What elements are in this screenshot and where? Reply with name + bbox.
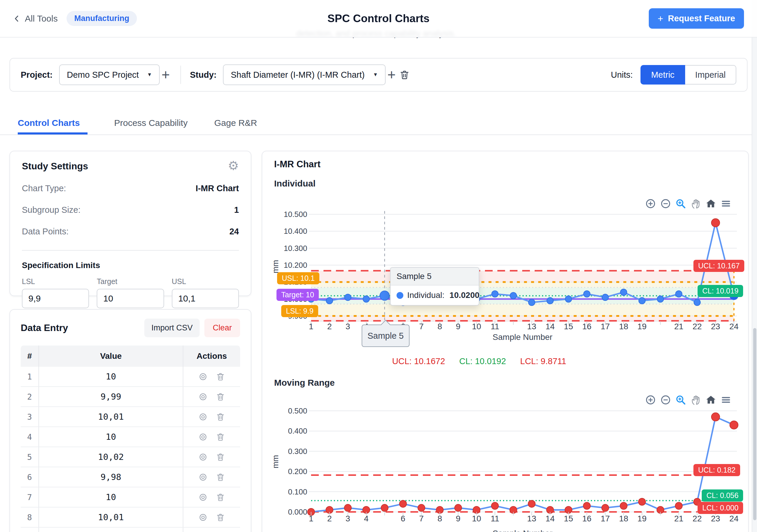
row-value[interactable]: 9,99 xyxy=(39,387,183,406)
svg-text:18: 18 xyxy=(619,322,628,331)
highlight-point-button[interactable] xyxy=(198,453,208,462)
svg-text:22: 22 xyxy=(692,322,702,331)
trash-icon xyxy=(216,493,225,502)
delete-row-button[interactable] xyxy=(216,513,225,522)
highlight-point-button[interactable] xyxy=(198,392,208,401)
target-input[interactable] xyxy=(97,289,164,308)
delete-study-button[interactable] xyxy=(397,70,411,80)
plus-icon: + xyxy=(658,16,663,21)
add-study-button[interactable]: + xyxy=(386,69,397,81)
trash-icon xyxy=(216,453,225,462)
highlight-point-button[interactable] xyxy=(198,513,208,522)
svg-text:15: 15 xyxy=(564,514,573,523)
table-row: 410 xyxy=(21,427,240,447)
table-row: 710 xyxy=(21,488,240,508)
svg-text:17: 17 xyxy=(601,514,610,523)
divider xyxy=(180,66,181,84)
trash-icon xyxy=(216,432,225,442)
gear-icon[interactable]: ⚙ xyxy=(228,161,239,171)
back-to-all-tools[interactable]: All Tools xyxy=(13,14,58,24)
table-row: 810,01 xyxy=(21,508,240,528)
row-index: 2 xyxy=(21,392,39,401)
row-value[interactable]: 10,02 xyxy=(39,447,183,467)
spc-app: detection, and process capability analys… xyxy=(0,0,757,532)
row-value[interactable]: 9,99 xyxy=(39,528,183,532)
svg-text:11: 11 xyxy=(491,322,499,331)
svg-text:0.200: 0.200 xyxy=(288,467,307,476)
delete-row-button[interactable] xyxy=(216,453,225,462)
delete-row-button[interactable] xyxy=(216,432,225,442)
svg-text:7: 7 xyxy=(419,322,424,331)
usl-input[interactable] xyxy=(172,289,239,308)
row-index: 8 xyxy=(21,513,39,522)
trash-icon xyxy=(216,513,225,522)
delete-row-button[interactable] xyxy=(216,372,225,381)
svg-text:23: 23 xyxy=(711,322,720,331)
moving-range-chart[interactable]: 0.5000.4000.3000.2000.1000.0001234678910… xyxy=(268,399,750,532)
row-value[interactable]: 10 xyxy=(39,427,183,447)
back-label: All Tools xyxy=(25,14,58,24)
svg-text:0.300: 0.300 xyxy=(288,447,307,456)
usl-line-label: USL: 10.1 xyxy=(277,272,319,284)
svg-text:19: 19 xyxy=(638,514,647,523)
row-value[interactable]: 10,01 xyxy=(39,508,183,527)
lsl-input[interactable] xyxy=(22,289,89,308)
trash-icon xyxy=(216,372,225,381)
units-imperial-button[interactable]: Imperial xyxy=(685,65,736,84)
delete-row-button[interactable] xyxy=(216,392,225,401)
svg-text:11: 11 xyxy=(491,514,499,523)
tab-gage-r-r[interactable]: Gage R&R xyxy=(214,118,257,134)
svg-text:10: 10 xyxy=(472,322,481,331)
highlight-point-button[interactable] xyxy=(198,412,208,422)
project-select-value: Demo SPC Project xyxy=(67,70,139,80)
highlight-point-button[interactable] xyxy=(198,493,208,502)
svg-text:Sample Number: Sample Number xyxy=(493,333,552,342)
axis-hover-label: Sample 5 xyxy=(362,325,409,347)
units-metric-button[interactable]: Metric xyxy=(641,65,685,84)
svg-text:1: 1 xyxy=(309,514,314,523)
scrollbar-track[interactable] xyxy=(752,0,757,532)
tab-control-charts[interactable]: Control Charts xyxy=(18,118,87,134)
svg-text:2: 2 xyxy=(327,514,332,523)
tab-process-capability[interactable]: Process Capability xyxy=(114,118,188,134)
study-settings-card: Study Settings ⚙ Chart Type:I-MR Chart S… xyxy=(10,151,251,296)
study-select[interactable]: Shaft Diameter (I-MR) (I-MR Chart) ▼ xyxy=(223,64,386,85)
chart-type-label: Chart Type: xyxy=(22,184,66,193)
subgroup-size-label: Subgroup Size: xyxy=(22,205,80,215)
ucl-line-label: UCL: 10.167 xyxy=(693,260,744,272)
svg-text:8: 8 xyxy=(437,514,442,523)
import-csv-button[interactable]: Import CSV xyxy=(144,319,200,337)
row-index: 6 xyxy=(21,473,39,482)
delete-row-button[interactable] xyxy=(216,493,225,502)
highlight-point-icon xyxy=(198,473,208,482)
tooltip-value: 10.0200 xyxy=(449,290,479,300)
data-entry-table: # Value Actions 11029,99310,01410510,026… xyxy=(21,345,240,532)
highlight-point-button[interactable] xyxy=(198,372,208,381)
highlight-point-button[interactable] xyxy=(198,432,208,442)
plus-icon: + xyxy=(162,69,170,81)
svg-text:4: 4 xyxy=(364,514,369,523)
data-entry-card: Data Entry Import CSV Clear # Value Acti… xyxy=(10,309,251,532)
delete-row-button[interactable] xyxy=(216,412,225,422)
table-row: 510,02 xyxy=(21,447,240,467)
svg-text:24: 24 xyxy=(729,322,738,331)
individual-chart[interactable]: 10.50010.40010.30010.20010.10010.0009.90… xyxy=(268,207,750,361)
trash-icon xyxy=(399,70,410,80)
project-label: Project: xyxy=(21,70,53,80)
svg-text:10.300: 10.300 xyxy=(284,244,307,253)
row-value[interactable]: 9,98 xyxy=(39,467,183,487)
svg-text:0.100: 0.100 xyxy=(288,488,307,496)
delete-row-button[interactable] xyxy=(216,473,225,482)
row-value[interactable]: 10 xyxy=(39,367,183,386)
row-value[interactable]: 10 xyxy=(39,488,183,507)
highlight-point-button[interactable] xyxy=(198,473,208,482)
scrollbar-thumb[interactable] xyxy=(753,328,756,520)
divider xyxy=(22,250,239,251)
clear-button[interactable]: Clear xyxy=(204,319,240,337)
request-feature-button[interactable]: + Request Feature xyxy=(649,8,744,29)
highlight-point-icon xyxy=(198,453,208,462)
add-project-button[interactable]: + xyxy=(160,69,171,81)
table-row: 110 xyxy=(21,367,240,387)
project-select[interactable]: Demo SPC Project ▼ xyxy=(59,64,160,85)
row-value[interactable]: 10,01 xyxy=(39,407,183,427)
